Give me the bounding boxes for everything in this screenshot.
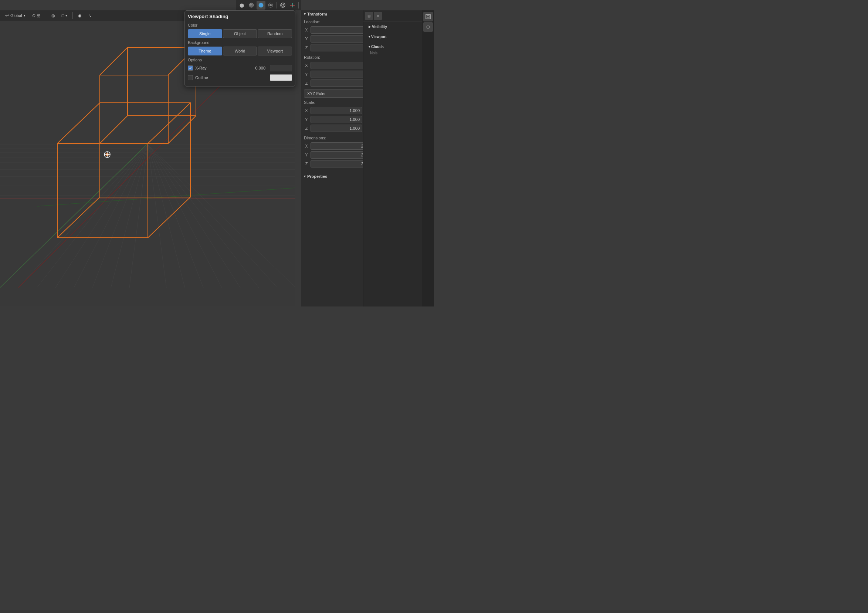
rotation-fields: X Y Z: [301, 61, 374, 89]
dim-y-label: Y: [304, 153, 309, 157]
rotation-y-input[interactable]: [310, 71, 370, 78]
toolbar-separator-2: [73, 12, 73, 19]
location-y-input[interactable]: [310, 35, 370, 42]
sec-icon-1[interactable]: ⊞: [365, 12, 373, 20]
scale-x-label: X: [304, 108, 309, 113]
viewport-shading-header: ⬤: [236, 0, 301, 10]
scale-label: Scale:: [304, 100, 330, 105]
rotation-x-label: X: [304, 63, 309, 68]
clouds-header[interactable]: ▾ Clouds: [366, 43, 420, 50]
rotation-z-row: Z: [304, 79, 370, 87]
viewport-shading-popup: Viewport Shading Color Single Object Ran…: [184, 10, 295, 87]
wave-icon-btn[interactable]: ∿: [86, 12, 94, 19]
svg-line-33: [57, 103, 100, 143]
visibility-chevron: ▶: [369, 25, 371, 28]
far-right-icon-1[interactable]: [423, 12, 433, 22]
svg-line-15: [37, 144, 148, 288]
svg-line-21: [148, 144, 166, 288]
euler-dropdown[interactable]: XYZ Euler ▾: [304, 90, 370, 98]
pivot-point-selector[interactable]: ⊙ ⛓: [30, 12, 43, 19]
header-sep: [276, 2, 277, 8]
snap-toggle[interactable]: ◎: [49, 12, 57, 19]
location-x-label: X: [304, 28, 309, 32]
xray-slider[interactable]: [270, 65, 292, 71]
svg-line-23: [148, 144, 203, 288]
transform-orientation-selector[interactable]: ↩ Global ▾: [3, 12, 28, 19]
properties-section-header[interactable]: ▾ Properties ⋯: [301, 173, 374, 180]
scale-z-input[interactable]: 1.000: [310, 124, 362, 132]
sec-icon-2[interactable]: ▾: [374, 12, 382, 20]
svg-line-17: [74, 144, 148, 288]
svg-line-22: [148, 144, 185, 288]
clouds-label: Clouds: [371, 45, 384, 49]
viewport-section-chevron: ▾: [369, 35, 370, 39]
outline-checkbox[interactable]: [188, 75, 193, 80]
header-sep2: [298, 2, 299, 8]
location-z-input[interactable]: [310, 44, 370, 51]
color-section-label: Color: [188, 23, 292, 27]
location-y-row: Y: [304, 35, 370, 43]
visibility-label: Visibility: [372, 25, 387, 29]
xray-option-row: ✓ X-Ray 0.000: [188, 64, 292, 72]
viewport-section-label: Viewport: [371, 35, 387, 39]
visibility-header[interactable]: ▶ Visibility: [366, 23, 420, 30]
bg-theme-btn[interactable]: Theme: [188, 47, 222, 56]
dimensions-fields: X 2 m Y 2 m Z 2 m: [301, 142, 374, 169]
rendered-shading-btn[interactable]: [257, 1, 265, 9]
xray-checkbox[interactable]: ✓: [188, 65, 193, 71]
viewport-section-header[interactable]: ▾ Viewport: [366, 33, 420, 40]
proportional-edit-toggle[interactable]: □ ▾: [59, 12, 70, 19]
scale-z-row: Z 1.000 ⊡: [304, 124, 370, 132]
solid-shading-btn[interactable]: ⬤: [237, 1, 246, 9]
material-shading-btn[interactable]: [247, 1, 256, 9]
rotation-z-input[interactable]: [310, 79, 370, 87]
color-random-btn[interactable]: Random: [258, 29, 292, 38]
svg-line-12: [0, 143, 148, 288]
xray-value: 0.000: [255, 66, 265, 70]
viewport-overlays-btn[interactable]: [278, 1, 287, 9]
orientation-label: Global: [10, 13, 22, 18]
divider-1: [301, 171, 374, 171]
bg-viewport-btn[interactable]: Viewport: [258, 47, 292, 56]
dim-x-input[interactable]: 2 m: [310, 142, 370, 150]
bg-world-btn[interactable]: World: [223, 47, 257, 56]
svg-point-58: [250, 3, 252, 6]
dim-z-row: Z 2 m: [304, 160, 370, 168]
eevee-btn[interactable]: [266, 1, 275, 9]
far-right-panel: ⬡: [422, 10, 434, 306]
location-x-input[interactable]: [310, 26, 370, 34]
svg-line-14: [19, 144, 148, 288]
overlay-toggle[interactable]: ◉: [76, 12, 84, 19]
clouds-chevron: ▾: [369, 45, 370, 48]
transform-section-header[interactable]: ▾ Transform: [301, 10, 374, 18]
viewport-container: ▾ Viewport: [363, 32, 422, 42]
location-label: Location:: [304, 20, 330, 24]
scale-x-input[interactable]: 1.000: [310, 107, 362, 114]
gizmo-toggle-btn[interactable]: [288, 1, 297, 9]
secondary-icons-row: ⊞ ▾: [363, 10, 422, 22]
svg-line-27: [148, 144, 277, 288]
svg-line-19: [111, 144, 148, 288]
dimensions-label: Dimensions:: [304, 136, 330, 140]
properties-section-label: Properties: [307, 174, 327, 178]
wave-icon: ∿: [88, 13, 92, 18]
location-row: Location:: [301, 18, 374, 26]
rotation-x-input[interactable]: [310, 62, 370, 69]
dim-z-input[interactable]: 2 m: [310, 160, 370, 168]
dim-y-input[interactable]: 2 m: [310, 151, 370, 158]
rotation-z-label: Z: [304, 81, 309, 85]
far-right-icon-2[interactable]: ⬡: [423, 22, 433, 32]
scale-y-input[interactable]: 1.000: [310, 116, 362, 123]
outline-color-picker[interactable]: [270, 74, 292, 81]
svg-point-62: [281, 3, 285, 8]
color-object-btn[interactable]: Object: [223, 29, 257, 38]
noise-label: Nois: [366, 50, 420, 56]
scale-y-value: 1.000: [349, 117, 360, 122]
proportional-icon: □: [62, 13, 64, 18]
visibility-container: ▶ Visibility: [363, 22, 422, 32]
scale-x-value: 1.000: [349, 108, 360, 113]
scale-x-row: X 1.000 ⊡: [304, 107, 370, 115]
color-single-btn[interactable]: Single: [188, 29, 222, 38]
outline-label: Outline: [195, 75, 268, 80]
scale-z-value: 1.000: [349, 126, 360, 130]
